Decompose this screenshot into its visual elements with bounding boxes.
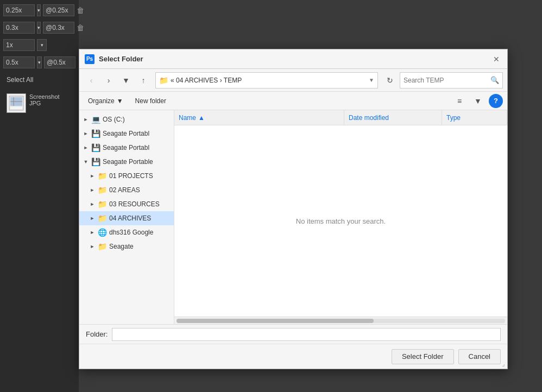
tree-expand-seagate2[interactable]: ► (81, 143, 90, 152)
close-button[interactable]: ✕ (491, 54, 502, 65)
tree-icon-04: 📁 (98, 214, 107, 223)
tree-item-dhs316[interactable]: ► 🌐 dhs316 Google (79, 225, 174, 239)
col-header-name[interactable]: Name ▲ (174, 110, 344, 125)
preset-input-4[interactable] (44, 56, 75, 68)
ps-row-3: ▾ (3, 39, 75, 51)
tree-label-os: OS (C:) (103, 116, 125, 123)
col-header-type[interactable]: Type (442, 110, 507, 125)
scale-dropdown-1[interactable]: ▾ (37, 4, 41, 16)
view-toggle-button[interactable]: ≡ (452, 94, 467, 108)
scale-dropdown-2[interactable]: ▾ (37, 22, 41, 34)
view-dropdown-button[interactable]: ▼ (470, 94, 486, 108)
help-button[interactable]: ? (489, 94, 503, 108)
help-label: ? (494, 97, 498, 105)
scale-input-1[interactable] (3, 4, 35, 16)
tree-icon-seagate1: 💾 (91, 129, 100, 138)
horizontal-scrollbar[interactable] (174, 317, 507, 324)
new-folder-button[interactable]: New folder (131, 94, 171, 108)
thumbnail-image (7, 93, 26, 113)
col-sort-icon: ▲ (198, 114, 205, 122)
preset-input-1[interactable] (43, 4, 74, 16)
ps-rows: ▾ 🗑 ▾ 🗑 ▾ ▾ Select All (0, 0, 79, 121)
tree-icon-seagate-sub: 📁 (98, 242, 107, 251)
thumb-filetype: JPG (29, 100, 60, 106)
forward-button[interactable]: › (101, 73, 116, 88)
scale-input-3[interactable] (3, 39, 35, 51)
tree-item-seagate-sub[interactable]: ► 📁 Seagate (79, 239, 174, 254)
scrollbar-track[interactable] (177, 319, 505, 323)
tree-item-seagate-1[interactable]: ► 💾 Seagate Portabl (79, 127, 174, 141)
resize-handle[interactable]: ⌟ (502, 360, 505, 368)
back-button[interactable]: ‹ (84, 73, 99, 88)
address-folder-icon: 📁 (159, 76, 168, 85)
refresh-button[interactable]: ↻ (382, 73, 398, 88)
folder-label: Folder: (86, 330, 108, 338)
tree-label-04: 04 ARCHIVES (109, 214, 151, 222)
tree-label-seagate-sub: Seagate (109, 243, 134, 250)
up-button[interactable]: ↑ (136, 73, 151, 88)
scale-dropdown-4[interactable]: ▾ (37, 56, 42, 68)
search-icon: 🔍 (490, 76, 499, 84)
file-list-header: Name ▲ Date modified Type (174, 110, 507, 125)
tree-icon-02: 📁 (98, 186, 107, 194)
tree-expand-02[interactable]: ► (88, 186, 97, 194)
ps-left-panel: ▾ 🗑 ▾ 🗑 ▾ ▾ Select All (0, 0, 79, 392)
new-folder-label: New folder (135, 97, 166, 105)
recent-locations-button[interactable]: ▼ (118, 73, 134, 88)
tree-expand-seagate-main[interactable]: ▼ (81, 157, 90, 166)
tree-item-03-resources[interactable]: ► 📁 03 RESOURCES (79, 197, 174, 211)
tree-expand-seagate-sub[interactable]: ► (88, 242, 97, 251)
tree-expand-os[interactable]: ► (81, 115, 90, 124)
scale-dropdown-3[interactable]: ▾ (37, 39, 47, 51)
ps-row-1: ▾ 🗑 (3, 4, 75, 16)
organize-label: Organize (88, 97, 115, 105)
tree-icon-dhs: 🌐 (98, 228, 107, 237)
tree-expand-dhs[interactable]: ► (88, 228, 97, 237)
dialog-titlebar: Ps Select Folder ✕ (79, 49, 507, 69)
select-all-label[interactable]: Select All (3, 74, 75, 86)
col-header-date[interactable]: Date modified (344, 110, 442, 125)
main-area: ► 💻 OS (C:) ► 💾 Seagate Portabl ► 💾 Seag… (79, 110, 507, 324)
tree-item-04-archives[interactable]: ► 📁 04 ARCHIVES (79, 211, 174, 225)
address-bar[interactable]: 📁 « 04 ARCHIVES › TEMP ▼ (155, 72, 378, 88)
ps-row-4: ▾ (3, 56, 75, 68)
nav-bar: ‹ › ▼ ↑ 📁 « 04 ARCHIVES › TEMP ▼ ↻ 🔍 (79, 69, 507, 92)
tree-label-01: 01 PROJECTS (109, 172, 153, 180)
dialog-title: Select Folder (99, 55, 487, 63)
tree-expand-03[interactable]: ► (88, 200, 97, 208)
folder-input[interactable] (112, 328, 501, 341)
tree-label-seagate-main: Seagate Portable (103, 158, 153, 166)
delete-btn-1[interactable]: 🗑 (77, 6, 84, 15)
delete-btn-2[interactable]: 🗑 (77, 23, 84, 32)
tree-expand-seagate1[interactable]: ► (81, 129, 90, 138)
tree-item-02-areas[interactable]: ► 📁 02 AREAS (79, 183, 174, 197)
file-panel: Name ▲ Date modified Type No items match… (174, 110, 507, 324)
search-input[interactable] (404, 77, 488, 84)
search-box: 🔍 (400, 72, 503, 88)
organize-button[interactable]: Organize ▼ (84, 94, 128, 108)
breadcrumb-text: « 04 ARCHIVES › TEMP (171, 77, 367, 84)
tree-item-01-projects[interactable]: ► 📁 01 PROJECTS (79, 169, 174, 183)
cancel-button[interactable]: Cancel (458, 349, 501, 364)
col-type-label: Type (446, 114, 461, 122)
scale-input-4[interactable] (3, 56, 35, 68)
tree-icon-01: 📁 (98, 172, 107, 180)
svg-rect-2 (10, 107, 22, 109)
thumb-filename: Screenshot (29, 93, 60, 100)
tree-label-02: 02 AREAS (109, 186, 140, 194)
scale-input-2[interactable] (3, 22, 35, 34)
preset-input-2[interactable] (43, 22, 74, 34)
tree-icon-seagate2: 💾 (91, 143, 100, 152)
empty-message: No items match your search. (296, 217, 386, 225)
thumbnail-label: Screenshot JPG (29, 93, 60, 106)
buttons-bar: Select Folder Cancel (79, 344, 507, 369)
organize-chevron-icon: ▼ (117, 97, 123, 105)
select-folder-button[interactable]: Select Folder (392, 349, 454, 364)
scrollbar-thumb[interactable] (177, 319, 374, 323)
empty-state: No items match your search. (174, 125, 507, 317)
tree-item-seagate-main[interactable]: ▼ 💾 Seagate Portable (79, 155, 174, 169)
tree-expand-01[interactable]: ► (88, 172, 97, 180)
tree-item-seagate-2[interactable]: ► 💾 Seagate Portabl (79, 141, 174, 155)
tree-expand-04[interactable]: ► (88, 214, 97, 223)
tree-item-os-c[interactable]: ► 💻 OS (C:) (79, 112, 174, 127)
